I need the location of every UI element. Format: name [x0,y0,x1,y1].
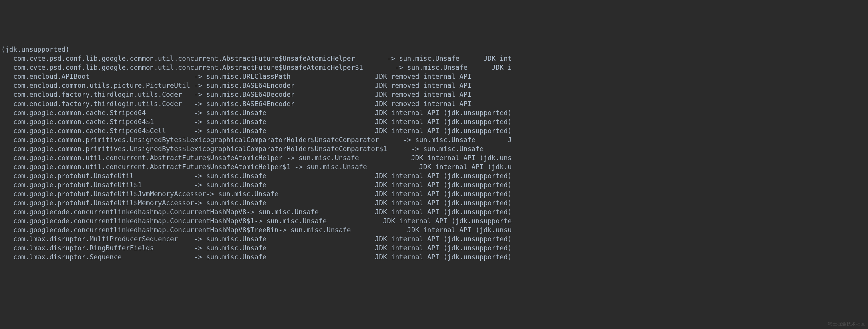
dependency-line: com.cvte.psd.conf.lib.google.common.util… [1,54,867,63]
dependency-line: com.lmax.disruptor.Sequence -> sun.misc.… [1,252,867,262]
dependency-line: com.google.common.util.concurrent.Abstra… [1,162,867,171]
dependency-line: com.googlecode.concurrentlinkedhashmap.C… [1,225,867,235]
dependency-line: com.lmax.disruptor.MultiProducerSequence… [1,235,867,244]
dependency-line: com.google.protobuf.UnsafeUtil$1 -> sun.… [1,181,867,190]
dependency-line: com.google.common.primitives.UnsignedByt… [1,135,867,144]
dependency-line: com.encloud.factory.thirdlogin.utils.Cod… [1,90,867,99]
dependency-line: com.encloud.common.utils.picture.Picture… [1,81,867,90]
dependency-line: com.google.common.cache.Striped64$Cell -… [1,127,867,135]
dependency-line: com.lmax.disruptor.RingBufferFields -> s… [1,244,867,252]
dependency-line: com.googlecode.concurrentlinkedhashmap.C… [1,208,867,217]
dependency-line: com.google.common.cache.Striped64 -> sun… [1,108,867,117]
watermark: 稀土掘金技术社区 [828,321,865,327]
dependency-line: com.google.protobuf.UnsafeUtil -> sun.mi… [1,171,867,181]
dependency-line: com.google.protobuf.UnsafeUtil$MemoryAcc… [1,198,867,208]
dependency-line: com.google.common.cache.Striped64$1 -> s… [1,117,867,127]
dependency-line: com.googlecode.concurrentlinkedhashmap.C… [1,217,867,225]
header-line: (jdk.unsupported) [1,45,867,54]
dependency-line: com.google.protobuf.UnsafeUtil$JvmMemory… [1,190,867,198]
dependency-line: com.cvte.psd.conf.lib.google.common.util… [1,63,867,72]
dependency-line: com.google.common.primitives.UnsignedByt… [1,144,867,154]
dependency-line: com.google.common.util.concurrent.Abstra… [1,154,867,162]
dependency-line: com.encloud.APIBoot -> sun.misc.URLClass… [1,72,867,81]
dependency-line: com.encloud.factory.thirdlogin.utils.Cod… [1,100,867,108]
terminal-output: (jdk.unsupported) com.cvte.psd.conf.lib.… [0,36,868,262]
